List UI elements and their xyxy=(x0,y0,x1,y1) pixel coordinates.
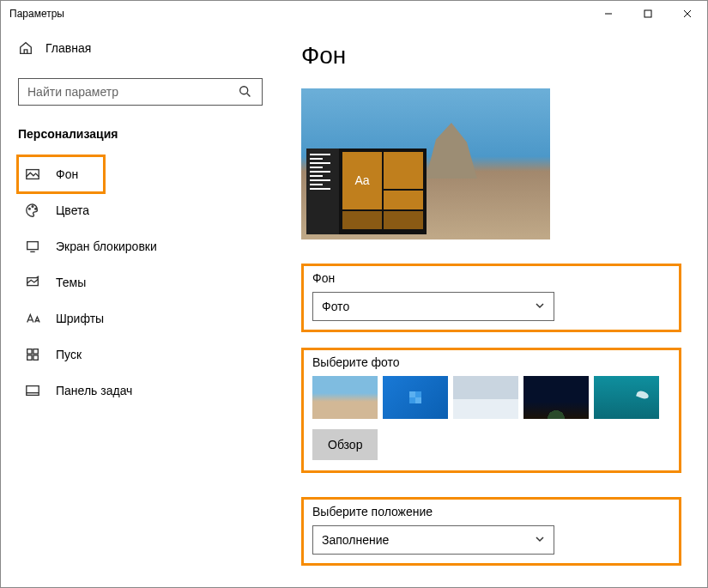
sidebar-item-label: Темы xyxy=(56,276,86,289)
home-link[interactable]: Главная xyxy=(18,35,263,61)
themes-icon xyxy=(25,275,40,290)
svg-line-5 xyxy=(247,94,251,97)
sidebar-item-themes[interactable]: Темы xyxy=(18,264,263,300)
background-type-group: Фон Фото xyxy=(301,264,681,332)
svg-rect-15 xyxy=(27,355,32,360)
close-button[interactable] xyxy=(668,1,707,27)
photo-thumbnail[interactable] xyxy=(383,376,448,419)
svg-point-9 xyxy=(35,208,37,209)
search-input[interactable]: Найти параметр xyxy=(18,78,263,106)
background-type-value: Фото xyxy=(322,300,349,313)
home-label: Главная xyxy=(45,41,91,55)
window-controls xyxy=(589,1,707,27)
photo-thumbnails xyxy=(312,376,670,419)
sidebar-item-lockscreen[interactable]: Экран блокировки xyxy=(18,228,263,264)
chevron-down-icon xyxy=(535,533,545,547)
settings-window: Параметры Главная Найти параметр Персона… xyxy=(0,0,708,588)
main-content: Фон Aa Фон xyxy=(275,27,707,587)
search-icon xyxy=(238,84,253,100)
sidebar-item-label: Цвета xyxy=(56,203,89,217)
sidebar-item-colors[interactable]: Цвета xyxy=(18,192,263,228)
sidebar-item-taskbar[interactable]: Панель задач xyxy=(18,373,263,409)
position-group: Выберите положение Заполнение xyxy=(301,497,681,566)
svg-rect-16 xyxy=(33,355,38,360)
sidebar-item-label: Фон xyxy=(56,167,78,181)
svg-point-7 xyxy=(29,208,31,209)
taskbar-icon xyxy=(25,383,40,398)
preview-tile-aa: Aa xyxy=(342,152,382,209)
start-icon xyxy=(25,347,40,362)
sidebar-item-label: Панель задач xyxy=(56,384,132,397)
image-icon xyxy=(25,167,40,182)
palette-icon xyxy=(25,203,40,218)
sidebar-item-background[interactable]: Фон xyxy=(18,156,104,192)
lockscreen-icon xyxy=(25,239,40,254)
maximize-button[interactable] xyxy=(628,1,668,27)
choose-photo-group: Выберите фото Обзор xyxy=(301,348,681,473)
sidebar-item-start[interactable]: Пуск xyxy=(18,336,263,373)
preview-mock-window: Aa xyxy=(306,149,427,234)
browse-button[interactable]: Обзор xyxy=(312,429,378,460)
background-preview: Aa xyxy=(301,88,550,239)
background-type-label: Фон xyxy=(312,271,670,285)
titlebar: Параметры xyxy=(1,1,707,27)
chevron-down-icon xyxy=(535,300,545,313)
photo-thumbnail[interactable] xyxy=(453,376,518,419)
svg-rect-13 xyxy=(27,349,32,354)
photo-thumbnail[interactable] xyxy=(312,376,378,419)
sidebar: Главная Найти параметр Персонализация Фо… xyxy=(1,27,275,587)
position-dropdown[interactable]: Заполнение xyxy=(312,525,554,555)
svg-rect-14 xyxy=(33,349,38,354)
window-title: Параметры xyxy=(9,8,64,20)
search-placeholder: Найти параметр xyxy=(27,85,118,99)
svg-rect-1 xyxy=(644,10,651,17)
photo-thumbnail[interactable] xyxy=(594,376,659,419)
sidebar-item-label: Экран блокировки xyxy=(56,239,157,253)
photo-thumbnail[interactable] xyxy=(523,376,589,419)
svg-rect-10 xyxy=(27,242,39,250)
background-type-dropdown[interactable]: Фото xyxy=(312,292,554,321)
svg-point-4 xyxy=(240,87,248,94)
page-title: Фон xyxy=(301,42,681,70)
choose-photo-label: Выберите фото xyxy=(312,355,670,369)
position-value: Заполнение xyxy=(322,533,389,547)
section-heading: Персонализация xyxy=(18,127,263,141)
sidebar-item-label: Шрифты xyxy=(56,312,104,325)
minimize-button[interactable] xyxy=(589,1,628,27)
svg-point-8 xyxy=(32,206,33,208)
svg-rect-17 xyxy=(27,386,39,396)
home-icon xyxy=(18,40,33,56)
position-label: Выберите положение xyxy=(312,505,670,518)
sidebar-item-fonts[interactable]: Шрифты xyxy=(18,300,263,336)
fonts-icon xyxy=(25,311,40,326)
sidebar-item-label: Пуск xyxy=(56,348,82,361)
